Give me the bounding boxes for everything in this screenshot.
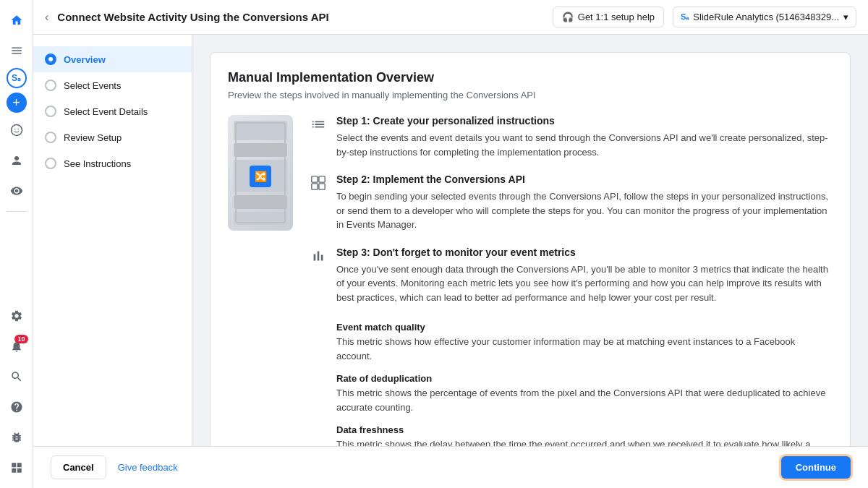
metrics-section: Event match quality This metric shows ho… bbox=[336, 316, 833, 446]
step3-body: Once you've sent enough data through the… bbox=[336, 262, 833, 305]
step1-content: Step 1: Create your personalized instruc… bbox=[336, 115, 833, 159]
radio-select-events bbox=[45, 80, 56, 91]
setup-help-button[interactable]: 🎧 Get 1:1 setup help bbox=[553, 7, 664, 27]
step2-icon bbox=[310, 174, 326, 232]
svg-point-2 bbox=[17, 129, 19, 130]
overview-title: Manual Implementation Overview bbox=[228, 70, 833, 85]
nav-create-icon[interactable]: + bbox=[7, 93, 27, 113]
step3-heading: Step 3: Don't forget to monitor your eve… bbox=[336, 247, 833, 258]
metric-dedup-title: Rate of deduplication bbox=[336, 373, 833, 384]
account-button[interactable]: Sₐ SlideRule Analytics (5146348329... ▾ bbox=[673, 7, 856, 27]
nav-home-icon[interactable] bbox=[4, 7, 30, 33]
overview-subtitle: Preview the steps involved in manually i… bbox=[228, 90, 833, 100]
svg-rect-5 bbox=[312, 184, 318, 189]
nav-notification-icon[interactable]: 10 bbox=[4, 333, 30, 359]
page-header: ‹ Connect Website Activity Using the Con… bbox=[33, 0, 868, 35]
sidebar-label-overview: Overview bbox=[64, 54, 106, 65]
svg-rect-3 bbox=[312, 176, 318, 182]
step-2: Step 2: Implement the Conversions API To… bbox=[310, 174, 833, 232]
sidebar-label-review-setup: Review Setup bbox=[64, 132, 122, 143]
steps-list: Step 1: Create your personalized instruc… bbox=[310, 115, 833, 446]
continue-button[interactable]: Continue bbox=[781, 456, 851, 479]
sidebar-item-select-events[interactable]: Select Events bbox=[33, 72, 192, 98]
metric-dedup-desc: This metric shows the percentage of even… bbox=[336, 386, 833, 414]
step3-icon bbox=[310, 247, 326, 447]
metric-freshness-desc: This metric shows the delay between the … bbox=[336, 437, 833, 446]
svg-point-0 bbox=[11, 125, 22, 136]
nav-search-icon[interactable] bbox=[4, 364, 30, 390]
preview-placeholder: 🔀 bbox=[228, 115, 293, 231]
step1-body: Select the events and event details you … bbox=[336, 131, 833, 159]
step2-body: To begin sending your selected events th… bbox=[336, 189, 833, 232]
nav-bug-icon[interactable] bbox=[4, 424, 30, 450]
metric-event-match: Event match quality This metric shows ho… bbox=[336, 322, 833, 363]
page-footer: Cancel Give feedback Continue bbox=[33, 446, 868, 488]
sidebar-item-select-event-details[interactable]: Select Event Details bbox=[33, 98, 192, 124]
sidebar-label-select-event-details: Select Event Details bbox=[64, 106, 148, 117]
nav-person-icon[interactable] bbox=[4, 147, 30, 174]
radio-overview bbox=[45, 53, 56, 65]
overview-card: Manual Implementation Overview Preview t… bbox=[210, 52, 851, 446]
svg-point-1 bbox=[14, 129, 16, 130]
step2-heading: Step 2: Implement the Conversions API bbox=[336, 174, 833, 185]
back-button[interactable]: ‹ bbox=[45, 11, 48, 24]
page-body: Overview Select Events Select Event Deta… bbox=[33, 35, 868, 446]
page-title: Connect Website Activity Using the Conve… bbox=[57, 11, 543, 23]
step1-heading: Step 1: Create your personalized instruc… bbox=[336, 115, 833, 127]
radio-review-setup bbox=[45, 132, 56, 143]
metric-event-match-desc: This metric shows how effective your cus… bbox=[336, 335, 833, 363]
sidebar-label-see-instructions: See Instructions bbox=[64, 158, 131, 169]
headset-icon: 🎧 bbox=[562, 12, 574, 22]
feedback-link[interactable]: Give feedback bbox=[118, 462, 178, 473]
nav-menu-icon[interactable] bbox=[4, 38, 30, 64]
svg-rect-4 bbox=[319, 176, 325, 182]
nav-emoji-icon[interactable] bbox=[4, 117, 30, 143]
metric-event-match-title: Event match quality bbox=[336, 322, 833, 333]
cancel-button[interactable]: Cancel bbox=[51, 455, 106, 479]
sidebar-item-review-setup[interactable]: Review Setup bbox=[33, 124, 192, 150]
wizard-sidebar: Overview Select Events Select Event Deta… bbox=[33, 35, 192, 446]
svg-rect-6 bbox=[319, 184, 325, 189]
metric-dedup: Rate of deduplication This metric shows … bbox=[336, 373, 833, 414]
sidebar-label-select-events: Select Events bbox=[64, 80, 122, 91]
content-area: Manual Implementation Overview Preview t… bbox=[192, 35, 868, 446]
chevron-down-icon: ▾ bbox=[843, 12, 848, 22]
step-3: Step 3: Don't forget to monitor your eve… bbox=[310, 247, 833, 447]
metric-freshness: Data freshness This metric shows the del… bbox=[336, 424, 833, 446]
left-navigation: Sₐ + 10 bbox=[0, 0, 33, 488]
content-inner: 🔀 Step 1: Create bbox=[228, 115, 833, 446]
setup-help-label: Get 1:1 setup help bbox=[578, 12, 655, 22]
nav-grid-icon[interactable] bbox=[4, 455, 30, 481]
account-name-label: SlideRule Analytics (5146348329... bbox=[693, 12, 839, 22]
radio-select-event-details bbox=[45, 106, 56, 117]
nav-eye-icon[interactable] bbox=[4, 178, 30, 204]
nav-help-icon[interactable] bbox=[4, 394, 30, 420]
header-actions: 🎧 Get 1:1 setup help Sₐ SlideRule Analyt… bbox=[553, 7, 856, 27]
account-initials: Sₐ bbox=[681, 12, 689, 22]
sidebar-item-overview[interactable]: Overview bbox=[33, 46, 192, 72]
main-content: ‹ Connect Website Activity Using the Con… bbox=[33, 0, 868, 488]
nav-settings-icon[interactable] bbox=[4, 303, 30, 329]
nav-account-icon[interactable]: Sₐ bbox=[7, 68, 27, 88]
sidebar-item-see-instructions[interactable]: See Instructions bbox=[33, 150, 192, 176]
metric-freshness-title: Data freshness bbox=[336, 424, 833, 435]
step-1: Step 1: Create your personalized instruc… bbox=[310, 115, 833, 159]
step2-content: Step 2: Implement the Conversions API To… bbox=[336, 174, 833, 232]
step3-content: Step 3: Don't forget to monitor your eve… bbox=[336, 247, 833, 447]
step1-icon bbox=[310, 115, 326, 159]
radio-see-instructions bbox=[45, 158, 56, 169]
preview-image: 🔀 bbox=[228, 115, 293, 231]
